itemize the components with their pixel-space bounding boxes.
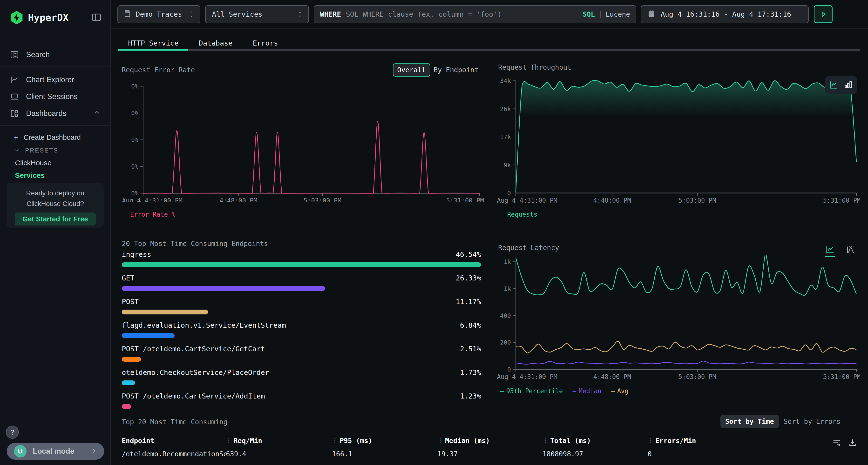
- error-rate-legend: —Error Rate %: [124, 211, 176, 218]
- svg-text:1k: 1k: [504, 285, 511, 292]
- where-label: WHERE: [320, 10, 341, 18]
- endpoint-bar-row[interactable]: POST /oteldemo.CartService/GetCart2.51%: [122, 342, 481, 365]
- where-placeholder: SQL WHERE clause (ex. column = 'foo'): [346, 10, 583, 18]
- svg-text:0: 0: [507, 366, 511, 373]
- download-icon[interactable]: [848, 438, 858, 448]
- tab-errors[interactable]: Errors: [243, 36, 288, 51]
- throughput-chart[interactable]: 34k26k17k9k0Aug 4 4:31:00 PM4:48:00 PM5:…: [494, 73, 860, 204]
- tab-http-service[interactable]: HTTP Service: [118, 36, 189, 51]
- source-select[interactable]: Demo Traces: [117, 5, 200, 23]
- sidebar-item-search[interactable]: Search: [0, 46, 111, 63]
- legend-item[interactable]: —Error Rate %: [124, 211, 176, 218]
- sort-by-errors-button[interactable]: Sort by Errors: [779, 415, 845, 428]
- legend-item[interactable]: —Avg: [611, 388, 628, 395]
- legend-label: Requests: [507, 211, 537, 218]
- svg-text:17k: 17k: [500, 133, 511, 140]
- plus-icon: +: [13, 133, 18, 142]
- table-cell: 19.37: [437, 450, 542, 458]
- endpoint-percent: 2.51%: [460, 345, 481, 353]
- table-cell: 166.1: [332, 450, 437, 458]
- table-cell: 0: [648, 450, 860, 458]
- sidebar-item-dashboards[interactable]: Dashboards: [0, 105, 111, 122]
- column-header[interactable]: ⋮Median (ms): [437, 437, 542, 445]
- error-rate-chart[interactable]: 0%0%0%0%0%Aug 4 4:31:00 PM4:48:00 PM5:03…: [118, 82, 486, 202]
- column-header[interactable]: ⋮Errors/Min: [648, 437, 860, 445]
- endpoint-bar: [122, 333, 175, 338]
- sidebar-item-client-sessions[interactable]: Client Sessions: [0, 88, 111, 105]
- column-header[interactable]: Endpoint: [122, 437, 226, 445]
- endpoint-label: ingress: [122, 250, 151, 259]
- main-area: Demo Traces All Services WHERE SQL WHERE…: [111, 0, 868, 465]
- svg-text:0%: 0%: [131, 83, 138, 90]
- drag-handle-icon[interactable]: ⋮: [542, 437, 548, 444]
- bar-chart-icon[interactable]: [843, 80, 853, 91]
- histogram-icon[interactable]: [846, 244, 856, 255]
- endpoint-bar-row[interactable]: POST11.17%: [122, 295, 481, 318]
- legend-dash-icon: —: [572, 388, 576, 395]
- overall-toggle-button[interactable]: Overall: [393, 63, 430, 77]
- user-mode-label: Local mode: [33, 447, 90, 456]
- avatar: U: [14, 445, 27, 458]
- endpoint-bar-row[interactable]: oteldemo.CheckoutService/PlaceOrder1.73%: [122, 365, 481, 389]
- create-dashboard-button[interactable]: + Create Dashboard: [0, 131, 111, 144]
- column-header[interactable]: ⋮Total (ms): [542, 437, 648, 445]
- by-endpoint-toggle-button[interactable]: By Endpoint: [430, 64, 482, 76]
- row-settings-icon[interactable]: [832, 438, 841, 448]
- endpoint-bar-row[interactable]: flagd.evaluation.v1.Service/EventStream6…: [122, 318, 481, 342]
- endpoint-bar-row[interactable]: GET26.33%: [122, 271, 481, 295]
- legend-item[interactable]: —Median: [572, 388, 601, 395]
- column-header[interactable]: ⋮Req/Min: [226, 437, 332, 445]
- laptop-icon: [10, 92, 19, 101]
- table-row[interactable]: /oteldemo.RecommendationServ639.4166.119…: [118, 446, 860, 461]
- endpoint-bar-row[interactable]: ingress46.54%: [122, 247, 481, 271]
- where-input[interactable]: WHERE SQL WHERE clause (ex. column = 'fo…: [314, 5, 636, 23]
- latency-panel: Request Latency 1k1k4002: [494, 241, 860, 400]
- promo-text-line2: ClickHouse Cloud?: [7, 199, 104, 209]
- database-icon: [123, 10, 131, 19]
- column-header[interactable]: ⋮P95 (ms): [332, 437, 437, 445]
- lucene-mode-button[interactable]: Lucene: [606, 10, 630, 18]
- legend-label: Error Rate %: [130, 211, 176, 218]
- line-chart-icon[interactable]: [829, 80, 839, 91]
- service-select[interactable]: All Services: [205, 5, 309, 23]
- panel-title: Top 20 Most Time Consuming: [122, 418, 227, 426]
- svg-text:0%: 0%: [131, 190, 138, 197]
- user-menu[interactable]: U Local mode: [7, 443, 104, 460]
- sort-by-time-button[interactable]: Sort by Time: [720, 415, 779, 428]
- endpoint-bar-row[interactable]: POST /oteldemo.CartService/AddItem1.23%: [122, 389, 481, 409]
- time-range-picker[interactable]: Aug 4 16:31:16 - Aug 4 17:31:16: [641, 5, 809, 23]
- sidebar-collapse-icon[interactable]: [91, 12, 102, 23]
- sidebar-item-chart-explorer[interactable]: Chart Explorer: [0, 71, 111, 88]
- legend-dash-icon: —: [501, 211, 505, 218]
- tab-database[interactable]: Database: [189, 36, 243, 51]
- panel-title: Request Throughput: [498, 63, 571, 71]
- help-button[interactable]: ?: [6, 426, 19, 439]
- endpoint-label: flagd.evaluation.v1.Service/EventStream: [122, 321, 286, 329]
- app-title: HyperDX: [28, 12, 91, 23]
- drag-handle-icon[interactable]: ⋮: [648, 437, 653, 444]
- legend-dash-icon: —: [611, 388, 615, 395]
- line-chart-icon[interactable]: [825, 244, 835, 255]
- svg-text:0%: 0%: [131, 110, 138, 117]
- svg-text:9k: 9k: [504, 162, 511, 169]
- latency-chart[interactable]: 1k1k4002000Aug 4 4:31:00 PM4:48:00 PM5:0…: [494, 255, 860, 381]
- endpoint-label: oteldemo.CheckoutService/PlaceOrder: [122, 368, 269, 376]
- legend-item[interactable]: —95th Percentile: [500, 388, 563, 395]
- sidebar-item-services[interactable]: Services: [0, 169, 111, 182]
- presets-toggle[interactable]: PRESETS: [0, 144, 111, 157]
- endpoint-label: GET: [122, 274, 134, 282]
- endpoint-bar: [122, 262, 481, 267]
- drag-handle-icon[interactable]: ⋮: [437, 437, 443, 444]
- sidebar-item-clickhouse[interactable]: ClickHouse: [0, 157, 111, 169]
- get-started-button[interactable]: Get Started for Free: [15, 212, 96, 226]
- svg-text:5:31:00 PM: 5:31:00 PM: [446, 197, 484, 202]
- sql-mode-button[interactable]: SQL: [583, 10, 595, 18]
- chevron-down-icon: [13, 147, 20, 154]
- svg-text:400: 400: [500, 312, 511, 319]
- dashboard-content: Request Error Rate Overall By Endpoint 0…: [111, 51, 868, 465]
- legend-item[interactable]: —Requests: [501, 211, 537, 218]
- drag-handle-icon[interactable]: ⋮: [226, 437, 231, 444]
- drag-handle-icon[interactable]: ⋮: [332, 437, 337, 444]
- run-query-button[interactable]: [814, 5, 833, 23]
- sort-controls: Sort by Time Sort by Errors: [720, 415, 845, 428]
